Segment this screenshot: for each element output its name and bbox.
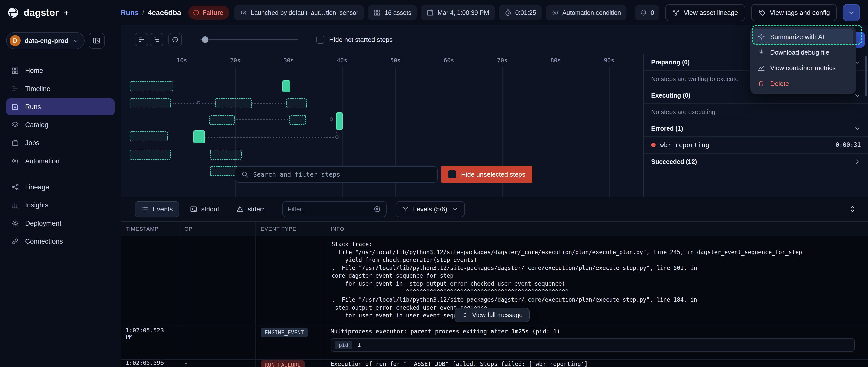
notifications-button[interactable]: 0 [635, 5, 659, 20]
log-filter-input[interactable]: Filter… [282, 201, 386, 217]
gantt-step-bar-pending[interactable] [289, 115, 306, 125]
menu-item-label: Delete [770, 80, 789, 88]
breadcrumb: Runs / 4eae6dba [121, 8, 181, 17]
gantt-timing-toggle-button[interactable] [168, 33, 182, 46]
log-table-body[interactable]: Stack Trace: File "/usr/local/lib/python… [121, 236, 868, 367]
axis-tick: 60s [438, 57, 460, 64]
checkbox-box[interactable] [316, 36, 324, 44]
app-logo[interactable]: dagster + [7, 6, 121, 19]
log-row-run-failure[interactable]: 1:02:05.596 PM - RUN_FAILURE Execution o… [121, 360, 868, 367]
log-info-text: Multiprocess executor: parent process ex… [331, 327, 863, 335]
run-chip-calendar[interactable]: Mar 4, 1:00:39 PM [421, 5, 495, 20]
levels-dropdown[interactable]: Levels (5/6) [396, 201, 465, 217]
section-title: Succeeded (12) [651, 158, 854, 165]
top-bar: dagster + Runs / 4eae6dba Failure Launch… [0, 0, 868, 25]
step-section-header[interactable]: Errored (1) [644, 121, 868, 137]
gantt-step-bar-pending[interactable] [210, 149, 242, 160]
sidebar: D data-eng-prod HomeTimelineRunsCatalogJ… [0, 25, 121, 367]
grid-icon [373, 9, 381, 16]
log-info-text: Execution of run for "__ASSET_JOB" faile… [331, 360, 863, 367]
sidebar-item-label: Jobs [25, 139, 39, 147]
run-chip-timer[interactable]: 0:01:25 [499, 5, 542, 20]
gantt-step-bar-pending[interactable] [286, 98, 307, 108]
sidebar-item-label: Home [25, 67, 43, 75]
menu-item-download-debug-file[interactable]: Download debug file [753, 45, 854, 60]
sidebar-item-insights[interactable]: Insights [6, 197, 115, 214]
view-full-message-button[interactable]: View full message [455, 307, 530, 322]
levels-label: Levels (5/6) [413, 205, 447, 213]
view-asset-lineage-button[interactable]: View asset lineage [665, 4, 745, 21]
sidebar-item-timeline[interactable]: Timeline [6, 80, 115, 97]
breadcrumb-runs-link[interactable]: Runs [121, 8, 139, 17]
run-chip-grid[interactable]: 16 assets [368, 5, 417, 20]
gantt-step-bar-pending[interactable] [210, 166, 238, 176]
expand-log-panel-button[interactable] [845, 202, 860, 217]
step-section-header[interactable]: Succeeded (12) [644, 154, 868, 170]
menu-item-summarize-with-ai[interactable]: Summarize with AI [753, 29, 854, 45]
gantt-step-bar-pending[interactable] [130, 131, 168, 141]
gridline [182, 67, 182, 197]
slider-knob[interactable] [202, 36, 209, 43]
collapse-sidebar-icon [93, 37, 101, 45]
sidebar-item-lineage[interactable]: Lineage [6, 178, 115, 196]
sidebar-item-catalog[interactable]: Catalog [6, 116, 115, 133]
gantt-zoom-slider[interactable] [200, 33, 299, 46]
log-row-engine-event[interactable]: 1:02:05.523 PM - ENGINE_EVENT Multiproce… [121, 327, 868, 360]
menu-item-delete[interactable]: Delete [753, 76, 854, 91]
dependency-edge [252, 103, 286, 104]
hide-unselected-label: Hide unselected steps [461, 171, 525, 178]
flat-view-icon [138, 36, 145, 43]
checkbox-box[interactable] [448, 170, 456, 178]
sidebar-item-automation[interactable]: Automation [6, 153, 115, 170]
gantt-step-bar-pending[interactable] [130, 98, 171, 108]
hide-unselected-checkbox[interactable]: Hide unselected steps [441, 166, 532, 182]
menu-item-view-container-metrics[interactable]: View container metrics [753, 60, 854, 76]
tab-events[interactable]: Events [135, 201, 179, 217]
tab-stderr[interactable]: stderr [229, 201, 271, 217]
dependency-node [197, 101, 200, 104]
clear-filter-icon[interactable] [373, 205, 381, 213]
menu-item-label: Summarize with AI [770, 33, 824, 41]
lineage-icon [11, 183, 19, 191]
sidebar-item-label: Insights [25, 201, 49, 209]
sidebar-item-jobs[interactable]: Jobs [6, 134, 115, 152]
log-op: - [179, 327, 256, 359]
chevron-right-icon [854, 158, 861, 165]
tab-stdout[interactable]: stdout [183, 201, 226, 217]
view-tags-config-label: View tags and config [770, 9, 830, 16]
step-row[interactable]: wbr_reporting0:00:31 [644, 137, 868, 154]
event-type-badge: RUN_FAILURE [261, 361, 305, 367]
run-chip-sensor[interactable]: Launched by default_aut…tion_sensor [234, 5, 364, 20]
sidebar-item-connections[interactable]: Connections [6, 233, 115, 250]
hide-not-started-checkbox[interactable]: Hide not started steps [316, 36, 393, 44]
download-icon [757, 49, 765, 56]
log-filter-placeholder: Filter… [287, 205, 369, 213]
gantt-flat-view-button[interactable] [135, 33, 148, 46]
dependency-node [335, 135, 339, 139]
sidebar-item-home[interactable]: Home [6, 62, 115, 79]
gantt-waterfall-view-button[interactable] [150, 33, 163, 46]
gantt-step-bar-done[interactable] [193, 130, 205, 143]
view-tags-config-button[interactable]: View tags and config [751, 4, 837, 21]
run-actions-menu-button[interactable] [843, 4, 860, 21]
gantt-step-bar-pending[interactable] [130, 81, 173, 91]
run-chip-automation[interactable]: Automation condition [546, 5, 626, 20]
gantt-step-bar-pending[interactable] [210, 115, 235, 125]
axis-tick: 80s [545, 57, 567, 64]
chip-label: Launched by default_aut…tion_sensor [251, 9, 359, 16]
gantt-search-input[interactable]: Search and filter steps [235, 166, 437, 182]
gantt-step-bar-done[interactable] [336, 112, 343, 130]
connections-icon [11, 237, 19, 245]
workspace-switcher[interactable]: D data-eng-prod [6, 32, 85, 49]
panel-scrollbar-thumb[interactable] [865, 56, 867, 96]
gantt-step-bar-pending[interactable] [130, 149, 171, 160]
funnel-icon [402, 206, 409, 213]
runs-icon [11, 103, 19, 111]
chart-line-icon [757, 64, 765, 72]
collapse-sidebar-button[interactable] [89, 33, 105, 49]
gantt-step-bar-pending[interactable] [215, 98, 252, 108]
log-panel: Events stdout stderr Filter… Levels (5/6… [121, 197, 868, 367]
sidebar-item-runs[interactable]: Runs [6, 98, 115, 115]
gantt-step-bar-done[interactable] [282, 80, 290, 92]
sidebar-item-deployment[interactable]: Deployment [6, 215, 115, 232]
